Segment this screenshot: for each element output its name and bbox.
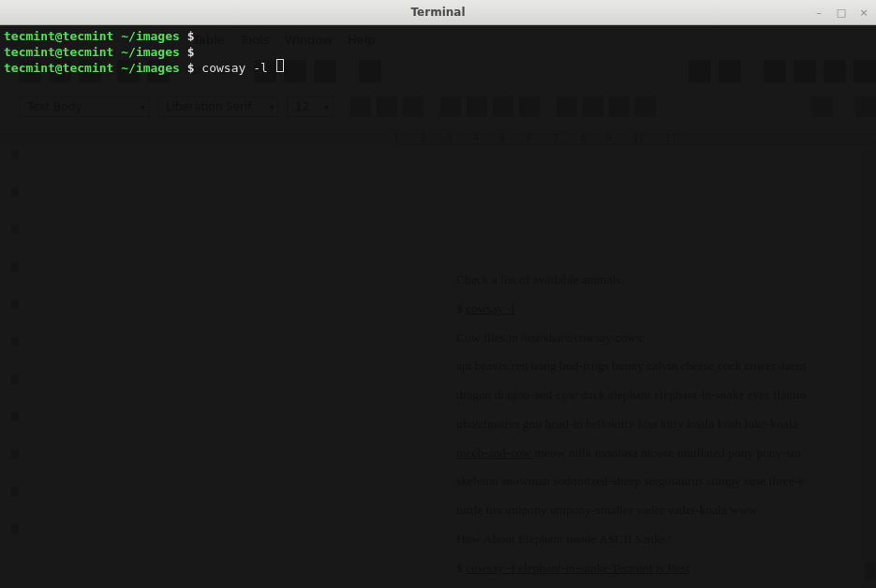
prompt-path: ~/images	[121, 60, 180, 76]
titlebar-controls: – □ ×	[812, 6, 870, 19]
cursor-icon	[276, 59, 284, 72]
close-button[interactable]: ×	[857, 6, 870, 19]
titlebar[interactable]: Terminal – □ ×	[0, 0, 876, 25]
prompt-symbol: $	[187, 28, 195, 44]
command-text: cowsay -l	[201, 60, 275, 76]
maximize-button[interactable]: □	[835, 6, 848, 19]
terminal-line: tecmint@tecmint ~/images $	[4, 44, 872, 60]
prompt-user: tecmint@tecmint	[4, 28, 113, 44]
prompt-user: tecmint@tecmint	[4, 44, 113, 60]
terminal-line: tecmint@tecmint ~/images $	[4, 28, 872, 44]
prompt-user: tecmint@tecmint	[4, 60, 113, 76]
terminal-body[interactable]: tecmint@tecmint ~/images $ tecmint@tecmi…	[0, 25, 876, 79]
prompt-symbol: $	[187, 60, 195, 76]
prompt-symbol: $	[187, 44, 195, 60]
prompt-path: ~/images	[121, 28, 180, 44]
prompt-path: ~/images	[121, 44, 180, 60]
minimize-button[interactable]: –	[812, 6, 825, 19]
terminal-window: Terminal – □ × tecmint@tecmint ~/images …	[0, 0, 876, 588]
window-title: Terminal	[410, 6, 465, 19]
terminal-line: tecmint@tecmint ~/images $ cowsay -l	[4, 60, 872, 76]
